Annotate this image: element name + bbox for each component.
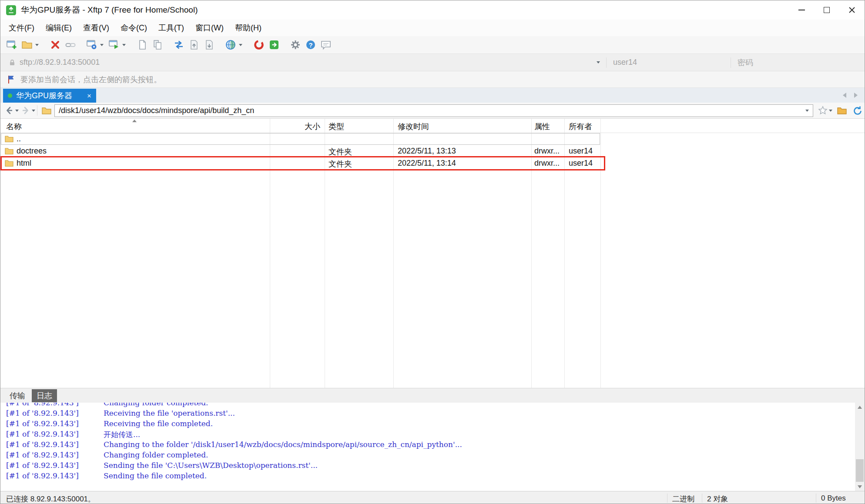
flag-icon [7,75,16,84]
log-lines: [#1 of '8.92.9.143'] Changing folder com… [0,403,855,482]
file-name: doctrees [17,147,47,156]
session-tab-label: 华为GPU服务器 [16,90,72,101]
navigation-bar: /disk1/user14/wzb/docs/docs/mindspore/ap… [0,103,865,119]
minimize-button[interactable] [789,0,814,20]
web-browser-icon[interactable] [224,38,238,52]
lock-icon [8,59,16,67]
open-session-icon[interactable] [20,38,34,52]
file-owner: user14 [569,147,593,156]
xftp-window: 华为GPU服务器 - Xftp 7 (Free for Home/School)… [0,0,865,504]
favorites-dropdown-icon[interactable] [829,110,832,112]
focus-rect [1,133,600,145]
xshell-icon[interactable] [252,38,266,52]
status-bar: 已连接 8.92.9.143:50001。 二进制 2 对象 0 Bytes [0,491,865,504]
execute-icon[interactable] [107,38,121,52]
refresh-icon[interactable] [852,105,863,116]
toolbar: ? [0,36,865,54]
menu-bar: 文件(F) 编辑(E) 查看(V) 命令(C) 工具(T) 窗口(W) 帮助(H… [0,20,865,36]
log-line: [#1 of '8.92.9.143'] Sending the file 'C… [0,461,855,471]
file-name: html [17,159,31,168]
column-header-owner[interactable]: 所有者 [569,121,592,132]
close-icon [848,7,855,13]
favorites-star-icon[interactable] [818,105,828,116]
close-button[interactable] [839,0,865,20]
info-bar-text: 要添加当前会话，点击左侧的箭头按钮。 [20,74,161,85]
maximize-button[interactable] [814,0,839,20]
settings-gear-icon[interactable] [288,38,302,52]
session-tab-bar: 华为GPU服务器 × [0,88,865,103]
folder-icon [5,160,13,167]
back-button[interactable] [4,105,14,116]
session-properties-dropdown-icon[interactable] [100,44,104,46]
username-field[interactable]: user14 [609,56,727,69]
menu-file[interactable]: 文件(F) [3,23,40,33]
disconnect-icon[interactable] [48,38,62,52]
log-scrollbar[interactable] [855,403,865,491]
menu-edit[interactable]: 编辑(E) [40,23,77,33]
download-icon[interactable] [202,38,216,52]
forward-dropdown-icon[interactable] [32,110,35,112]
selected-size: 0 Bytes [821,494,846,503]
menu-command[interactable]: 命令(C) [115,23,153,33]
object-count: 2 对象 [707,494,728,504]
new-file-transfer-icon[interactable] [267,38,281,52]
session-properties-icon[interactable] [85,38,99,52]
title-bar: 华为GPU服务器 - Xftp 7 (Free for Home/School) [0,0,865,20]
upload-icon[interactable] [187,38,201,52]
column-header-attr[interactable]: 属性 [534,121,550,132]
session-tab-huawei-gpu[interactable]: 华为GPU服务器 × [3,89,96,103]
scroll-up-icon[interactable] [855,403,865,411]
column-header-name[interactable]: 名称 [6,121,22,132]
paste-icon[interactable] [151,38,164,52]
log-line: [#1 of '8.92.9.143'] Sending the file co… [0,471,855,482]
file-type: 文件夹 [329,159,352,169]
log-line: [#1 of '8.92.9.143'] Receiving the file … [0,409,855,419]
connected-status-dot-icon [8,93,12,98]
window-controls [789,0,865,20]
menu-tools[interactable]: 工具(T) [153,23,190,33]
info-bar: 要添加当前会话，点击左侧的箭头按钮。 [0,71,865,88]
back-dropdown-icon[interactable] [15,110,19,112]
session-tab-close-icon[interactable]: × [87,92,91,100]
tab-transfer[interactable]: 传输 [6,389,29,402]
column-header-size[interactable]: 大小 [270,121,320,132]
address-dropdown-icon[interactable] [597,61,600,63]
tab-log[interactable]: 日志 [32,389,57,402]
path-value: /disk1/user14/wzb/docs/docs/mindspore/ap… [59,106,254,115]
path-input[interactable]: /disk1/user14/wzb/docs/docs/mindspore/ap… [54,104,813,117]
help-icon[interactable]: ? [304,38,318,52]
address-field[interactable]: sftp://8.92.9.143:50001 [4,56,604,69]
column-header-type[interactable]: 类型 [329,121,344,132]
path-dropdown-icon[interactable] [805,110,809,112]
menu-window[interactable]: 窗口(W) [190,23,229,33]
new-session-icon[interactable] [5,38,19,52]
password-field[interactable]: 密码 [733,56,861,69]
scrollbar-thumb[interactable] [856,459,864,482]
transfer-queue-icon[interactable] [172,38,186,52]
transfer-mode: 二进制 [672,494,694,504]
column-header-modified[interactable]: 修改时间 [398,121,429,132]
forward-button[interactable] [20,105,31,116]
table-row-parent-dir[interactable]: .. [0,133,865,145]
scroll-down-icon[interactable] [855,482,865,491]
tab-scroll-right-icon[interactable] [854,93,858,98]
table-row-doctrees[interactable]: doctrees 文件夹 2022/5/11, 13:13 drwxr... u… [0,145,865,157]
execute-dropdown-icon[interactable] [122,44,126,46]
address-value: sftp://8.92.9.143:50001 [20,58,100,67]
file-type: 文件夹 [329,147,352,157]
log-line: [#1 of '8.92.9.143'] Changing folder com… [0,403,855,409]
feedback-icon[interactable] [319,38,333,52]
copy-icon[interactable] [135,38,149,52]
web-browser-dropdown-icon[interactable] [239,44,242,46]
menu-help[interactable]: 帮助(H) [229,23,267,33]
tab-scroll-left-icon[interactable] [843,93,846,98]
current-folder-icon [41,105,52,116]
reconnect-icon[interactable] [64,38,77,52]
column-header-row: 名称 大小 类型 修改时间 属性 所有者 [0,119,865,133]
file-rows: .. doctrees 文件夹 2022/5/11, 13:13 drwxr..… [0,133,865,170]
home-folder-icon[interactable] [837,105,847,116]
open-session-dropdown-icon[interactable] [35,44,39,46]
menu-view[interactable]: 查看(V) [77,23,115,33]
username-value: user14 [613,58,637,67]
table-row-html[interactable]: html 文件夹 2022/5/11, 13:14 drwxr... user1… [0,157,865,170]
